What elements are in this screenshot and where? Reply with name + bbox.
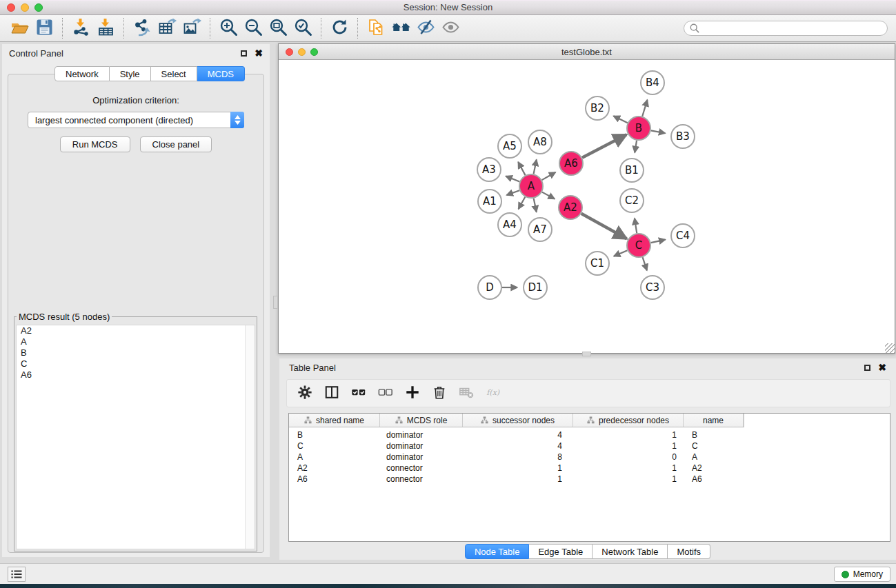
edge-A-A7[interactable] bbox=[534, 199, 537, 212]
node-B4[interactable]: B4 bbox=[641, 71, 664, 94]
edge-A-A1[interactable] bbox=[506, 190, 519, 195]
column-header-successor-nodes[interactable]: successor nodes bbox=[463, 414, 573, 427]
edge-A-A5[interactable] bbox=[518, 162, 525, 175]
cell-shared-name[interactable]: A bbox=[289, 452, 380, 463]
cell-name[interactable]: B bbox=[684, 429, 744, 440]
show-panels-button[interactable] bbox=[438, 17, 463, 39]
node-B1[interactable]: B1 bbox=[620, 159, 644, 182]
node-C3[interactable]: C3 bbox=[641, 276, 664, 299]
result-list-item[interactable]: C bbox=[17, 358, 255, 369]
select-all-button[interactable] bbox=[345, 383, 372, 405]
node-C1[interactable]: C1 bbox=[586, 252, 609, 275]
cell-successor-nodes[interactable]: 1 bbox=[463, 474, 573, 485]
tab-edge-table[interactable]: Edge Table bbox=[529, 544, 593, 559]
cell-successor-nodes[interactable]: 4 bbox=[463, 440, 573, 452]
tab-style[interactable]: Style bbox=[110, 66, 151, 81]
edge-A-A2[interactable] bbox=[542, 192, 555, 199]
edge-A6-B[interactable] bbox=[582, 134, 626, 157]
cell-name[interactable]: A bbox=[684, 452, 744, 463]
close-window-button[interactable] bbox=[7, 3, 15, 12]
cell-predecessor-nodes[interactable]: 1 bbox=[573, 429, 684, 440]
tab-motifs[interactable]: Motifs bbox=[668, 544, 710, 559]
table-row-C[interactable]: Cdominator41C bbox=[289, 440, 890, 452]
edge-A-A8[interactable] bbox=[534, 159, 537, 174]
zoom-selected-button[interactable] bbox=[290, 17, 315, 39]
tab-mcds[interactable]: MCDS bbox=[197, 66, 245, 81]
cell-MCDS-role[interactable]: dominator bbox=[380, 452, 463, 463]
node-A8[interactable]: A8 bbox=[528, 130, 552, 154]
node-A2[interactable]: A2 bbox=[559, 196, 582, 219]
tab-select[interactable]: Select bbox=[151, 66, 197, 81]
search-input[interactable] bbox=[684, 21, 888, 36]
node-A4[interactable]: A4 bbox=[498, 213, 521, 236]
close-panel-button[interactable]: Close panel bbox=[140, 136, 212, 152]
deselect-all-button[interactable] bbox=[372, 383, 399, 405]
vertical-splitter-handle[interactable] bbox=[273, 296, 278, 309]
edge-B-B2[interactable] bbox=[613, 116, 627, 123]
cell-name[interactable]: A2 bbox=[684, 463, 744, 474]
node-A5[interactable]: A5 bbox=[498, 134, 521, 158]
session-details-button[interactable] bbox=[364, 17, 388, 39]
node-D[interactable]: D bbox=[478, 276, 501, 299]
result-scrollbar[interactable] bbox=[245, 325, 255, 549]
tab-network[interactable]: Network bbox=[54, 66, 110, 81]
horizontal-splitter-handle[interactable] bbox=[582, 352, 591, 356]
network-minimize-button[interactable] bbox=[298, 48, 306, 56]
column-header-predecessor-nodes[interactable]: predecessor nodes bbox=[573, 414, 684, 427]
import-table-button[interactable] bbox=[93, 17, 118, 39]
table-row-A[interactable]: Adominator80A bbox=[289, 452, 890, 463]
node-D1[interactable]: D1 bbox=[524, 276, 547, 299]
import-network-button[interactable] bbox=[68, 17, 93, 39]
cell-predecessor-nodes[interactable]: 0 bbox=[573, 452, 684, 463]
network-window-titlebar[interactable]: testGlobe.txt bbox=[279, 44, 895, 60]
cell-predecessor-nodes[interactable]: 1 bbox=[573, 474, 684, 485]
cell-shared-name[interactable]: C bbox=[289, 440, 380, 452]
criterion-dropdown[interactable]: largest connected component (directed) bbox=[28, 112, 244, 128]
save-session-button[interactable] bbox=[32, 17, 57, 39]
cell-MCDS-role[interactable]: dominator bbox=[380, 440, 463, 452]
cell-predecessor-nodes[interactable]: 1 bbox=[573, 440, 684, 452]
column-header-MCDS-role[interactable]: MCDS role bbox=[380, 414, 463, 427]
minimize-window-button[interactable] bbox=[21, 3, 29, 12]
node-B[interactable]: B bbox=[627, 116, 650, 140]
node-B3[interactable]: B3 bbox=[671, 125, 695, 148]
run-mcds-button[interactable]: Run MCDS bbox=[60, 136, 130, 152]
zoom-fit-button[interactable] bbox=[266, 17, 290, 39]
cell-successor-nodes[interactable]: 1 bbox=[463, 463, 573, 474]
table-row-A6[interactable]: A6connector11A6 bbox=[289, 474, 890, 485]
node-B2[interactable]: B2 bbox=[586, 97, 609, 120]
create-column-button[interactable] bbox=[399, 383, 426, 405]
cell-MCDS-role[interactable]: connector bbox=[380, 474, 463, 485]
cell-predecessor-nodes[interactable]: 1 bbox=[573, 463, 684, 474]
node-C2[interactable]: C2 bbox=[620, 189, 644, 212]
open-session-button[interactable] bbox=[7, 17, 32, 39]
node-C4[interactable]: C4 bbox=[671, 224, 695, 247]
edge-B-B1[interactable] bbox=[635, 141, 637, 153]
cell-shared-name[interactable]: A6 bbox=[289, 474, 380, 485]
column-header-shared-name[interactable]: shared name bbox=[289, 414, 380, 427]
node-A[interactable]: A bbox=[519, 174, 543, 198]
edge-A-A4[interactable] bbox=[519, 197, 526, 210]
export-table-button[interactable] bbox=[155, 17, 179, 39]
edge-C-C4[interactable] bbox=[651, 240, 666, 243]
memory-button[interactable]: Memory bbox=[834, 567, 890, 582]
cell-name[interactable]: A6 bbox=[684, 474, 744, 485]
tab-network-table[interactable]: Network Table bbox=[593, 544, 668, 559]
edge-C-C3[interactable] bbox=[643, 257, 647, 270]
float-table-panel-icon[interactable] bbox=[864, 365, 870, 371]
cell-MCDS-role[interactable]: dominator bbox=[380, 429, 463, 440]
edge-A-A6[interactable] bbox=[542, 172, 556, 180]
settings-button[interactable] bbox=[291, 383, 318, 405]
edge-A-A3[interactable] bbox=[506, 176, 519, 182]
node-A1[interactable]: A1 bbox=[478, 190, 501, 213]
node-A7[interactable]: A7 bbox=[528, 218, 552, 241]
task-history-button[interactable] bbox=[8, 567, 26, 582]
column-header-name[interactable]: name bbox=[684, 414, 744, 427]
refresh-layout-button[interactable] bbox=[327, 17, 352, 39]
cell-shared-name[interactable]: B bbox=[289, 429, 380, 440]
tab-node-table[interactable]: Node Table bbox=[465, 544, 530, 559]
edge-C-C1[interactable] bbox=[614, 250, 628, 256]
export-network-button[interactable] bbox=[130, 17, 155, 39]
zoom-out-button[interactable] bbox=[241, 17, 266, 39]
close-table-panel-icon[interactable]: ✖ bbox=[878, 364, 886, 371]
